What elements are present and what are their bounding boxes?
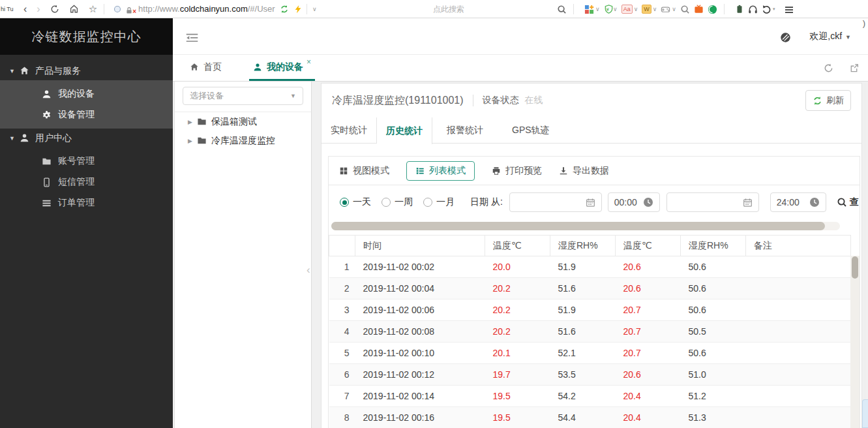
tree-item-cold-storage[interactable]: ▶ 冷库温湿度监控 [175, 131, 311, 150]
radio-label[interactable]: 一月 [436, 196, 455, 208]
sidebar-group-user-center[interactable]: ▼ 用户中心 [0, 129, 173, 147]
gamepad-icon[interactable]: ∨ [661, 5, 676, 14]
table-row[interactable]: 22019-11-02 00:0420.251.620.650.6 [329, 278, 851, 299]
app-brand-title: 冷链数据监控中心 [0, 18, 173, 55]
green-app-icon[interactable] [708, 5, 717, 14]
vscroll-thumb[interactable] [852, 256, 858, 279]
sidebar-group-label: 用户中心 [35, 132, 72, 144]
tool-label: 视图模式 [353, 165, 389, 177]
table-row[interactable]: 12019-11-02 00:0220.051.920.650.6 [329, 256, 851, 278]
refresh-page-icon[interactable] [824, 63, 833, 73]
shield-symbol: ¥ [606, 7, 609, 12]
tab-label: 我的设备 [267, 61, 303, 73]
horizontal-scrollbar[interactable] [331, 222, 840, 230]
table-row[interactable]: 72019-11-02 00:1419.554.220.451.2 [329, 386, 851, 407]
export-data-button[interactable]: 导出数据 [559, 165, 609, 177]
shield-icon[interactable]: ¥∨ [604, 5, 618, 14]
browser-home-icon[interactable] [69, 4, 79, 14]
tab-history-stats[interactable]: 历史统计 [377, 117, 432, 144]
refresh-button[interactable]: 刷新 [805, 90, 851, 111]
user-menu[interactable]: 欢迎,ckf▼ [809, 31, 851, 42]
url-domain: coldchainyun.com [180, 4, 248, 14]
apps-grid-icon[interactable]: ∨ [584, 5, 600, 14]
zoom-tool-icon[interactable] [680, 5, 690, 14]
search-icon [837, 197, 847, 207]
table-row[interactable]: 32019-11-02 00:0620.251.920.750.6 [329, 299, 851, 321]
hscroll-thumb[interactable] [331, 222, 825, 230]
tab-realtime-stats[interactable]: 实时统计 [322, 117, 377, 143]
time-cell: 2019-11-02 00:16 [355, 407, 485, 428]
browser-menu-icon[interactable] [784, 3, 794, 14]
table-row[interactable]: 42019-11-02 00:0820.251.620.750.5 [329, 321, 851, 343]
table-row[interactable]: 82019-11-02 00:1619.554.420.451.3 [329, 407, 851, 428]
reload-icon[interactable] [50, 5, 59, 14]
grid-icon [339, 166, 348, 176]
tab-my-devices[interactable]: 我的设备 × [249, 55, 315, 81]
tab-home[interactable]: 首页 [186, 55, 226, 81]
sidebar-item-order-mgmt[interactable]: 订单管理 [0, 192, 173, 213]
close-tab-icon[interactable]: × [307, 57, 311, 67]
side-widget-edge[interactable] [862, 399, 868, 428]
undo-icon[interactable]: ▾ [762, 5, 775, 14]
tool-label: 导出数据 [573, 165, 609, 177]
tree-item-incubator-test[interactable]: ▶ 保温箱测试 [175, 112, 311, 131]
device-select[interactable]: 选择设备 ▼ [183, 87, 303, 105]
view-mode-button[interactable]: 视图模式 [339, 165, 389, 177]
vertical-scrollbar[interactable] [850, 256, 860, 428]
back-icon[interactable]: ‹ [23, 0, 27, 18]
tv-icon[interactable] [694, 5, 704, 14]
address-dropdown-icon[interactable]: ∨ [312, 6, 317, 12]
sidebar-collapse-icon[interactable] [186, 32, 198, 42]
caret-right-icon[interactable]: ▶ [188, 138, 197, 144]
col-header-6: 备注 [746, 236, 851, 256]
query-button[interactable]: 查 [837, 196, 859, 208]
col-header-1: 时间 [355, 236, 485, 256]
insecure-lock-icon[interactable]: × [125, 5, 134, 13]
print-preview-button[interactable]: 打印预览 [492, 165, 542, 177]
theme-icon[interactable] [780, 31, 791, 43]
sidebar-group-products[interactable]: ▼ 产品与服务 [0, 61, 173, 80]
hum2-cell: 51.0 [681, 364, 746, 386]
battery-icon[interactable] [735, 5, 744, 14]
tab-alarm-stats[interactable]: 报警统计 [432, 117, 498, 143]
time-cell: 2019-11-02 00:04 [355, 278, 485, 299]
sidebar-item-sms-mgmt[interactable]: 短信管理 [0, 172, 173, 192]
date-from-input[interactable] [509, 192, 602, 212]
address-bar[interactable]: http://www.coldchainyun.com/#/UserDevic [138, 4, 275, 14]
site-info-icon[interactable] [113, 5, 121, 13]
headset-icon[interactable] [748, 5, 758, 14]
forward-icon[interactable]: › [37, 0, 40, 18]
radio-one-month[interactable] [423, 198, 432, 207]
quick-search-hint[interactable]: 点此搜索 [433, 4, 557, 15]
speed-bolt-icon[interactable] [293, 5, 303, 14]
table-row[interactable]: 52019-11-02 00:1020.152.120.750.6 [329, 343, 851, 364]
row-index: 4 [329, 321, 355, 343]
list-mode-button[interactable]: 列表模式 [406, 161, 475, 181]
radio-one-week[interactable] [382, 198, 391, 207]
time-from-input[interactable]: 00:00 [608, 192, 660, 212]
tab-gps-track[interactable]: GPS轨迹 [498, 117, 564, 143]
sidebar-item-device-mgmt[interactable]: 设备管理 [0, 104, 173, 125]
radio-one-day[interactable] [340, 198, 349, 207]
refresh-mode-icon[interactable] [280, 5, 289, 14]
table-row[interactable]: 62019-11-02 00:1219.753.520.651.0 [329, 364, 851, 386]
search-icon[interactable] [557, 5, 567, 14]
dictionary-icon[interactable]: W∨ [642, 5, 657, 14]
browser-tab-fragment[interactable]: hi Tu [1, 6, 14, 12]
app-header: 欢迎,ckf▼ ) [173, 18, 868, 55]
radio-label[interactable]: 一天 [353, 196, 371, 208]
translate-icon[interactable]: Aa∨ [621, 5, 638, 14]
radio-label[interactable]: 一周 [395, 196, 413, 208]
panel-collapse-handle[interactable]: ‹ [307, 264, 310, 275]
caret-right-icon[interactable]: ▶ [188, 119, 197, 125]
sidebar-item-account-mgmt[interactable]: 账号管理 [0, 151, 173, 172]
sidebar-item-my-devices[interactable]: 我的设备 [0, 84, 173, 104]
folder-icon [42, 157, 52, 166]
hum2-cell: 50.6 [681, 256, 746, 278]
time-to-input[interactable]: 24:00 [770, 192, 826, 212]
bookmark-star-icon[interactable]: ☆ [89, 0, 97, 18]
time-cell: 2019-11-02 00:06 [355, 299, 485, 321]
open-external-icon[interactable] [849, 63, 859, 73]
date-to-input[interactable] [666, 192, 759, 212]
col-header-3: 湿度RH% [550, 236, 616, 256]
